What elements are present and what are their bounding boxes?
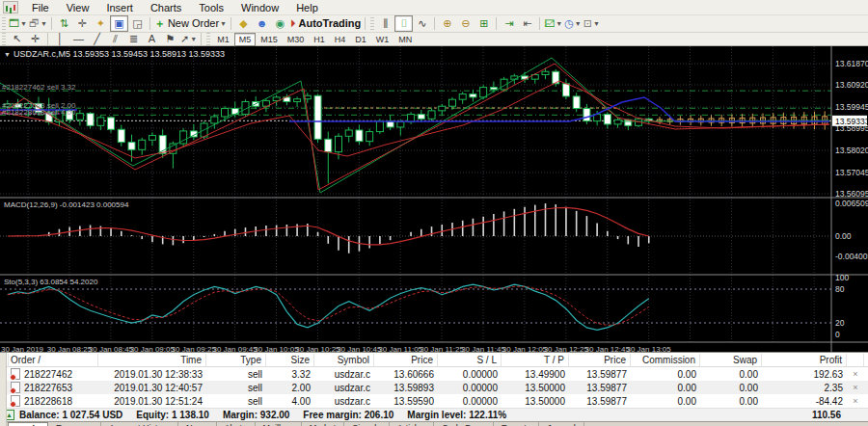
ohlc-toggle-icon[interactable]: ▼: [4, 51, 11, 58]
fibonacci-icon[interactable]: ≣: [124, 31, 143, 47]
order-row[interactable]: 2182274622019.01.30 12:38:33sell3.32usdz…: [0, 367, 868, 381]
data-window-icon[interactable]: ✛: [73, 15, 92, 32]
menu-charts[interactable]: Charts: [142, 1, 190, 14]
terminal-tab-trade[interactable]: Trade: [8, 422, 48, 426]
order-cell: -84.42: [762, 396, 847, 407]
toolbar-handle[interactable]: [370, 17, 374, 30]
autotrading-button[interactable]: ⏵AutoTrading: [289, 15, 362, 32]
metaeditor-icon[interactable]: ◆: [234, 15, 253, 32]
terminal-tab-articles[interactable]: Articles: [390, 422, 435, 426]
period-M15[interactable]: M15: [256, 33, 283, 46]
bar-chart-icon[interactable]: ⫼: [376, 15, 394, 32]
periods-button[interactable]: ◷▼: [563, 15, 583, 32]
column-header-symbol[interactable]: Symbol: [314, 354, 374, 366]
vertical-line-icon[interactable]: │: [51, 31, 69, 47]
close-order-icon[interactable]: ×: [847, 396, 864, 406]
profiles-button[interactable]: 🗗▼: [28, 15, 48, 32]
new-order-button[interactable]: ＋New Order▼: [153, 15, 228, 32]
order-line-label: #218228618 sell 4.00: [2, 108, 76, 117]
horizontal-line-icon[interactable]: —: [69, 31, 88, 47]
menu-help[interactable]: Help: [287, 1, 327, 14]
cursor-icon[interactable]: ↖: [8, 31, 26, 47]
text-icon[interactable]: A: [143, 31, 161, 47]
terminal-tab-signals[interactable]: Signals: [344, 422, 390, 426]
period-M30[interactable]: M30: [283, 33, 310, 46]
toolbar-handle[interactable]: [2, 33, 6, 45]
axis-label: 13.61870: [835, 59, 868, 68]
text-label-icon[interactable]: ⚑: [161, 31, 179, 47]
column-header-price[interactable]: Price: [374, 354, 438, 366]
trendline-icon[interactable]: ╱: [88, 31, 106, 47]
period-M1[interactable]: M1: [212, 33, 234, 46]
order-cell: 2.35: [762, 383, 847, 393]
terminal-tab-account-history[interactable]: Account History: [101, 422, 178, 426]
column-header-order[interactable]: Order /: [7, 354, 98, 366]
chart-shift-icon[interactable]: ⇤: [518, 15, 536, 32]
order-ticket: 218227462: [7, 368, 98, 380]
market-watch-icon[interactable]: ⇅: [55, 15, 73, 32]
menu-tools[interactable]: Tools: [190, 1, 232, 14]
terminal-tab-exposure[interactable]: Exposure: [48, 422, 101, 426]
column-header-price[interactable]: Price: [569, 354, 631, 366]
line-chart-icon[interactable]: ∿: [413, 15, 431, 32]
panel-resize-handle[interactable]: [0, 353, 7, 426]
period-W1[interactable]: W1: [371, 33, 394, 46]
period-D1[interactable]: D1: [350, 33, 371, 46]
terminal-tab-mailbox[interactable]: Mailbox: [256, 422, 302, 426]
period-M5[interactable]: M5: [234, 33, 257, 46]
column-header-profit[interactable]: Profit: [762, 354, 847, 366]
column-header-sl[interactable]: S / L: [438, 354, 502, 366]
column-header-time[interactable]: Time: [98, 354, 206, 366]
equidistant-channel-icon[interactable]: ⫽: [106, 31, 124, 47]
terminal-tab-market[interactable]: Market: [302, 422, 345, 426]
terminal-tab-alerts[interactable]: Alerts: [217, 422, 256, 426]
toolbar-handle[interactable]: [2, 17, 6, 30]
terminal-tab-code-base[interactable]: Code Base: [434, 422, 494, 426]
navigator-icon[interactable]: ✦: [92, 15, 110, 32]
column-header-swap[interactable]: Swap: [700, 354, 762, 366]
order-row[interactable]: 2182276532019.01.30 12:40:57sell2.00usdz…: [0, 381, 868, 394]
candlestick-chart-icon[interactable]: ⌷: [394, 15, 413, 32]
column-header-size[interactable]: Size: [266, 354, 314, 366]
column-header-tp[interactable]: T / P: [502, 354, 569, 366]
arrows-button[interactable]: ➚▼: [179, 31, 198, 47]
terminal-icon[interactable]: ▣: [110, 15, 128, 32]
toolbar-handle[interactable]: [206, 33, 210, 45]
terminal-tab-experts[interactable]: Experts: [494, 422, 540, 426]
close-order-icon[interactable]: ×: [847, 383, 864, 392]
auto-scroll-icon[interactable]: ⇥: [500, 15, 518, 32]
chart-window[interactable]: 13.6187013.6092013.5994513.5899513.58020…: [0, 46, 868, 356]
strategy-tester-icon[interactable]: ◲: [128, 15, 147, 32]
menu-insert[interactable]: Insert: [97, 1, 142, 14]
zoom-in-icon[interactable]: ⊕: [438, 15, 456, 32]
templates-button[interactable]: ⊡▼: [583, 15, 601, 32]
news-icon[interactable]: ◉: [271, 15, 289, 32]
menu-view[interactable]: View: [58, 1, 98, 14]
order-row[interactable]: 2182286182019.01.30 12:51:24sell4.00usdz…: [0, 394, 868, 408]
balance-value: Balance: 1 027.54 USD: [19, 410, 122, 420]
period-H4[interactable]: H4: [330, 33, 351, 46]
order-doc-icon: [11, 368, 20, 380]
terminal-tab-journal[interactable]: Journal: [539, 422, 584, 426]
terminal-tab-news[interactable]: News: [178, 422, 217, 426]
order-cell: 13.59590: [374, 396, 438, 407]
order-cell: 0.00: [631, 383, 700, 393]
period-H1[interactable]: H1: [309, 33, 330, 46]
column-header-type[interactable]: Type: [206, 354, 266, 366]
tile-windows-icon[interactable]: ⊞: [475, 15, 493, 32]
menu-window[interactable]: Window: [232, 1, 287, 14]
new-chart-button[interactable]: 🗔▼: [8, 15, 28, 32]
order-cell: 0.00: [700, 396, 762, 407]
zoom-out-icon[interactable]: ⊖: [456, 15, 475, 32]
order-cell: 0.00: [700, 369, 762, 380]
indicators-button[interactable]: 🗠▼: [543, 15, 563, 32]
order-ticket: 218228618: [7, 395, 98, 407]
crosshair-icon[interactable]: ✛: [26, 31, 44, 47]
chart-canvas[interactable]: 13.6187013.6092013.5994513.5899513.58020…: [0, 46, 868, 356]
menu-file[interactable]: File: [23, 1, 58, 14]
period-MN[interactable]: MN: [393, 33, 417, 46]
community-icon[interactable]: ☻: [253, 15, 271, 32]
column-header-commission[interactable]: Commission: [631, 354, 700, 366]
order-cell: 192.63: [762, 369, 847, 380]
close-order-icon[interactable]: ×: [847, 369, 864, 379]
